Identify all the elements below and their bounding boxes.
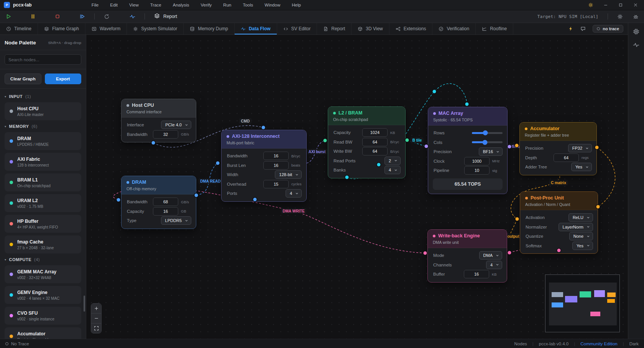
menu-help[interactable]: Help <box>292 3 301 7</box>
menu-trace[interactable]: Trace <box>150 3 161 7</box>
port-dot[interactable] <box>508 145 511 149</box>
port-dot[interactable] <box>596 205 600 209</box>
tab-memory-dump[interactable]: Memory Dump <box>184 23 235 34</box>
slider-thumb[interactable] <box>482 140 487 145</box>
tab-data-flow[interactable]: Data Flow <box>235 23 277 34</box>
menu-analysis[interactable]: Analysis <box>173 3 189 7</box>
gear-icon[interactable] <box>617 14 623 20</box>
play-icon[interactable] <box>5 13 12 20</box>
export-button[interactable]: Export <box>45 74 82 84</box>
palette-item-gemv-engine[interactable]: GEMV Enginev002 · 4 lanes × 32 MAC <box>5 286 81 304</box>
field-select[interactable]: 4 <box>486 261 502 269</box>
field-select[interactable]: None <box>569 232 593 240</box>
palette-item-host-cpu[interactable]: Host CPUAXI-Lite master <box>5 102 81 120</box>
port-dot[interactable] <box>557 249 561 252</box>
status-community-edition[interactable]: Community Edition <box>580 341 618 346</box>
edge-acc-right-arc[interactable] <box>597 147 615 207</box>
port-dot[interactable] <box>152 141 155 145</box>
field-select[interactable]: 4 <box>286 189 302 198</box>
zoom-minus[interactable] <box>91 314 101 323</box>
port-dot[interactable] <box>345 176 349 179</box>
minimize-icon[interactable] <box>603 3 608 7</box>
trace-status-badge[interactable]: no trace <box>593 25 623 33</box>
zoom-fit[interactable] <box>91 323 101 333</box>
field-input[interactable]: 64 <box>554 154 579 162</box>
field-select[interactable]: FP32 <box>568 144 592 152</box>
tab-flame-graph[interactable]: Flame Graph <box>38 23 85 34</box>
port-dot[interactable] <box>515 144 519 147</box>
tab-verification[interactable]: Verification <box>432 23 476 34</box>
field-input[interactable]: 64 <box>362 147 388 155</box>
maximize-icon[interactable] <box>618 3 623 7</box>
field-input[interactable]: 32 <box>153 130 178 139</box>
palette-item-axi-fabric[interactable]: AXI Fabric128 b interconnect <box>5 153 81 171</box>
palette-item-gemm-mac-array[interactable]: GEMM MAC Arrayv002 · 32×32 W4A8 <box>5 265 81 283</box>
node-writeback[interactable]: Write-back EngineDMA write unitModeDMACh… <box>427 229 507 283</box>
field-input[interactable]: 16 <box>263 152 289 160</box>
palette-item-dram[interactable]: DRAMLPDDR5 / HBM2E <box>5 132 81 150</box>
field-select[interactable]: Yes <box>572 242 593 250</box>
field-select[interactable]: DMA <box>479 251 502 260</box>
section-header-memory[interactable]: ▾MEMORY(6) <box>5 124 81 129</box>
tab-waveform[interactable]: Waveform <box>85 23 127 34</box>
clear-graph-button[interactable]: Clear Graph <box>5 74 41 84</box>
field-select[interactable]: LPDDR5 <box>161 216 191 225</box>
tab-report[interactable]: Report <box>317 23 352 34</box>
field-select[interactable]: 2 <box>384 157 401 165</box>
node-axi-interconnect[interactable]: AXI-128 InterconnectMulti-port fabricBan… <box>221 130 307 202</box>
menu-edit[interactable]: Edit <box>110 3 118 7</box>
pulse-icon[interactable] <box>130 14 135 20</box>
pulse-icon[interactable] <box>633 42 639 48</box>
port-dot[interactable] <box>216 162 220 165</box>
palette-item-accumulator[interactable]: AccumulatorRegister file + adder <box>5 327 81 339</box>
section-header-input[interactable]: ▾INPUT(1) <box>5 94 81 99</box>
field-input[interactable]: 1024 <box>362 128 388 137</box>
field-slider[interactable] <box>472 131 503 136</box>
port-dot[interactable] <box>465 103 469 106</box>
field-input[interactable]: 68 <box>153 198 178 206</box>
field-select[interactable]: Yes <box>571 163 592 171</box>
field-input[interactable]: 16 <box>263 161 289 170</box>
tab-extensions[interactable]: Extensions <box>389 23 433 34</box>
palette-item-cvo-sfu[interactable]: CVO SFUv002 · single instance <box>5 307 81 325</box>
port-dot[interactable] <box>377 163 381 167</box>
palette-item-bram-l1[interactable]: BRAM L1On-chip scratchpad <box>5 173 81 191</box>
palette-item-fmap-cache[interactable]: fmap Cache27 b × 2048 · 32-lane <box>5 235 81 253</box>
field-input[interactable]: 15 <box>263 180 289 188</box>
minimap[interactable] <box>545 274 620 332</box>
port-dot[interactable] <box>195 194 198 197</box>
menu-window[interactable]: Window <box>264 3 280 7</box>
port-dot[interactable] <box>424 252 427 255</box>
port-dot[interactable] <box>595 146 599 149</box>
stop-icon[interactable] <box>54 13 61 20</box>
field-select[interactable]: PCIe 4.0 <box>161 121 191 129</box>
tab-sv-editor[interactable]: SV Editor <box>277 23 317 34</box>
port-dot[interactable] <box>406 139 409 142</box>
menu-file[interactable]: File <box>92 3 99 7</box>
menu-verify[interactable]: Verify <box>201 3 212 7</box>
field-select[interactable]: 128-bit <box>275 170 302 179</box>
comment-icon[interactable] <box>580 26 586 31</box>
tab-roofline[interactable]: Roofline <box>476 23 513 34</box>
report-button[interactable]: Report <box>154 13 177 20</box>
menu-tools[interactable]: Tools <box>243 3 253 7</box>
bug-icon[interactable] <box>633 14 639 20</box>
zoom-plus[interactable] <box>91 304 101 314</box>
field-select[interactable]: BF16 <box>479 147 503 156</box>
node-host-cpu[interactable]: Host CPUCommand interfaceInterfacePCIe 4… <box>121 99 196 142</box>
port-dot[interactable] <box>433 90 436 93</box>
slider-thumb[interactable] <box>483 131 488 136</box>
port-dot[interactable] <box>262 126 265 129</box>
pause-icon[interactable] <box>30 13 36 20</box>
port-dot[interactable] <box>117 198 120 202</box>
tab-timeline[interactable]: Timeline <box>0 23 38 34</box>
port-dot[interactable] <box>324 139 327 142</box>
close-icon[interactable] <box>633 3 638 7</box>
bolt-icon[interactable] <box>568 26 573 31</box>
menu-view[interactable]: View <box>129 3 139 7</box>
palette-item-hp-buffer[interactable]: HP Buffer4× HP AXI, weight FIFO <box>5 215 81 233</box>
port-dot[interactable] <box>425 145 428 148</box>
field-select[interactable]: 4 <box>384 166 401 174</box>
menu-run[interactable]: Run <box>223 3 231 7</box>
field-select[interactable]: ReLU <box>568 213 593 222</box>
